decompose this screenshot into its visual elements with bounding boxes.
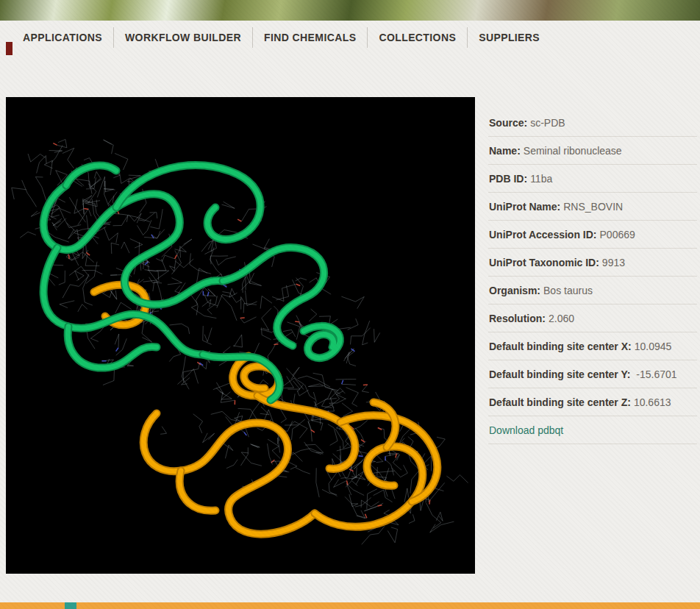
detail-row-binding-center-x: Default binding site center X:10.0945 <box>488 332 697 360</box>
protein-ribbon-render <box>6 97 475 574</box>
detail-value: 11ba <box>530 173 552 185</box>
protein-details-panel: Source:sc-PDB Name:Seminal ribonuclease … <box>488 109 697 444</box>
detail-value: Bos taurus <box>543 285 593 296</box>
detail-row-resolution: Resolution:2.060 <box>488 304 697 332</box>
detail-row-uniprot-name: UniProt Name:RNS_BOVIN <box>488 193 697 221</box>
detail-value: sc-PDB <box>530 117 565 129</box>
detail-value: 9913 <box>602 257 625 268</box>
detail-value: Seminal ribonuclease <box>524 145 622 157</box>
detail-row-name: Name:Seminal ribonuclease <box>488 137 697 165</box>
detail-label: UniProt Name: <box>489 201 560 213</box>
detail-label: Organism: <box>489 285 540 296</box>
detail-label: UniProt Taxonomic ID: <box>489 257 599 268</box>
detail-label: Resolution: <box>489 313 546 324</box>
nav-item-suppliers[interactable]: SUPPLIERS <box>467 27 551 48</box>
detail-row-binding-center-z: Default binding site center Z:10.6613 <box>488 388 697 416</box>
detail-label: UniProt Accession ID: <box>489 229 597 241</box>
molecule-3d-viewer[interactable] <box>6 97 475 574</box>
detail-label: Source: <box>489 117 527 129</box>
detail-label: Default binding site center Y: <box>489 368 630 380</box>
download-pdbqt-link[interactable]: Download pdbqt <box>489 424 563 436</box>
detail-row-organism: Organism:Bos taurus <box>488 277 697 304</box>
detail-value: P00669 <box>600 229 635 241</box>
detail-value: 2.060 <box>549 313 574 324</box>
nav-item-applications[interactable]: APPLICATIONS <box>12 27 113 48</box>
detail-label: Default binding site center Z: <box>489 396 631 408</box>
detail-value: -15.6701 <box>636 368 676 380</box>
detail-label: PDB ID: <box>489 173 527 185</box>
detail-row-binding-center-y: Default binding site center Y: -15.6701 <box>488 360 697 388</box>
nav-item-find-chemicals[interactable]: FIND CHEMICALS <box>252 27 367 48</box>
detail-label: Name: <box>489 145 521 157</box>
bottom-orange-bar <box>0 602 700 609</box>
header-banner-image <box>0 0 700 21</box>
detail-label: Default binding site center X: <box>489 341 632 352</box>
nav-item-collections[interactable]: COLLECTIONS <box>367 27 467 48</box>
nav-item-workflow-builder[interactable]: WORKFLOW BUILDER <box>113 27 252 48</box>
detail-row-pdb-id: PDB ID:11ba <box>488 165 697 193</box>
detail-row-uniprot-accession: UniProt Accession ID:P00669 <box>488 221 697 249</box>
detail-value: 10.6613 <box>634 396 671 408</box>
bottom-teal-accent <box>65 602 76 609</box>
detail-row-download: Download pdbqt <box>488 416 697 444</box>
detail-value: RNS_BOVIN <box>563 201 623 213</box>
detail-row-uniprot-taxonomic: UniProt Taxonomic ID:9913 <box>488 249 697 277</box>
detail-row-source: Source:sc-PDB <box>488 109 697 137</box>
detail-value: 10.0945 <box>635 341 672 352</box>
red-ribbon-accent <box>6 42 12 55</box>
main-navigation: APPLICATIONS WORKFLOW BUILDER FIND CHEMI… <box>0 21 700 54</box>
